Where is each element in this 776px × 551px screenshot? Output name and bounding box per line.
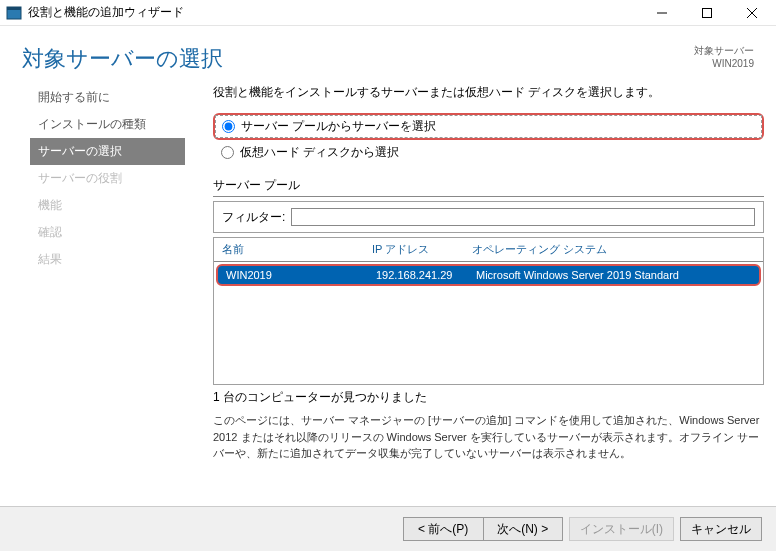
table-header: 名前 IP アドレス オペレーティング システム (214, 238, 763, 262)
radio-option-server-pool[interactable]: サーバー プールからサーバーを選択 (215, 115, 762, 138)
cancel-button[interactable]: キャンセル (680, 517, 762, 541)
sidebar-item-server-selection[interactable]: サーバーの選択 (30, 138, 185, 165)
table-row[interactable]: WIN2019 192.168.241.29 Microsoft Windows… (216, 264, 761, 286)
filter-input[interactable] (291, 208, 755, 226)
footer-buttons: < 前へ(P) 次へ(N) > インストール(I) キャンセル (0, 506, 776, 551)
target-value: WIN2019 (694, 57, 754, 70)
next-button[interactable]: 次へ(N) > (483, 517, 563, 541)
server-pool-label: サーバー プール (213, 177, 764, 197)
col-header-name[interactable]: 名前 (222, 242, 372, 257)
target-server-info: 対象サーバー WIN2019 (694, 44, 754, 70)
server-table: 名前 IP アドレス オペレーティング システム WIN2019 192.168… (213, 237, 764, 385)
description-text: このページには、サーバー マネージャーの [サーバーの追加] コマンドを使用して… (213, 412, 764, 462)
minimize-button[interactable] (639, 0, 684, 26)
wizard-steps-sidebar: 開始する前に インストールの種類 サーバーの選択 サーバーの役割 機能 確認 結… (0, 84, 185, 462)
filter-label: フィルター: (222, 209, 285, 226)
svg-rect-3 (702, 8, 711, 17)
page-title: 対象サーバーの選択 (22, 44, 694, 74)
instruction-text: 役割と機能をインストールするサーバーまたは仮想ハード ディスクを選択します。 (213, 84, 764, 101)
col-header-ip[interactable]: IP アドレス (372, 242, 472, 257)
target-label: 対象サーバー (694, 44, 754, 57)
radio-vhd-input[interactable] (221, 146, 234, 159)
main-panel: 役割と機能をインストールするサーバーまたは仮想ハード ディスクを選択します。 サ… (185, 84, 776, 462)
cell-name: WIN2019 (226, 269, 376, 281)
titlebar: 役割と機能の追加ウィザード (0, 0, 776, 26)
window-title: 役割と機能の追加ウィザード (28, 4, 639, 21)
previous-button[interactable]: < 前へ(P) (403, 517, 483, 541)
col-header-os[interactable]: オペレーティング システム (472, 242, 755, 257)
filter-row: フィルター: (213, 201, 764, 233)
app-icon (6, 5, 22, 21)
sidebar-item-server-roles: サーバーの役割 (30, 165, 185, 192)
close-button[interactable] (729, 0, 774, 26)
sidebar-item-results: 結果 (30, 246, 185, 273)
header: 対象サーバーの選択 対象サーバー WIN2019 (0, 26, 776, 84)
sidebar-item-features: 機能 (30, 192, 185, 219)
sidebar-item-before-begin[interactable]: 開始する前に (30, 84, 185, 111)
install-button: インストール(I) (569, 517, 674, 541)
computer-count-label: 1 台のコンピューターが見つかりました (213, 389, 764, 406)
radio-vhd-label: 仮想ハード ディスクから選択 (240, 144, 399, 161)
radio-option-vhd[interactable]: 仮想ハード ディスクから選択 (213, 142, 764, 169)
highlight-box-radio: サーバー プールからサーバーを選択 (213, 113, 764, 140)
cell-ip: 192.168.241.29 (376, 269, 476, 281)
cell-os: Microsoft Windows Server 2019 Standard (476, 269, 751, 281)
sidebar-item-confirmation: 確認 (30, 219, 185, 246)
maximize-button[interactable] (684, 0, 729, 26)
sidebar-item-install-type[interactable]: インストールの種類 (30, 111, 185, 138)
svg-rect-1 (7, 7, 21, 10)
radio-server-pool-label: サーバー プールからサーバーを選択 (241, 118, 436, 135)
radio-server-pool-input[interactable] (222, 120, 235, 133)
